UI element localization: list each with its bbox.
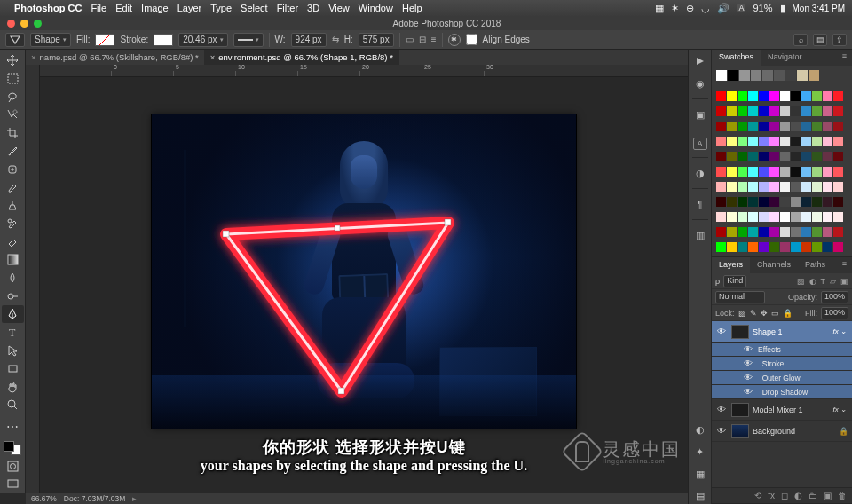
swatch[interactable] [716, 242, 726, 252]
menu-file[interactable]: File [91, 3, 106, 13]
menu-edit[interactable]: Edit [115, 3, 132, 13]
menu-select[interactable]: Select [241, 3, 268, 13]
fill-swatch[interactable] [95, 34, 114, 46]
layer-effect-item[interactable]: 👁 Stroke [712, 357, 852, 371]
swatch[interactable] [716, 167, 726, 177]
swatch[interactable] [812, 106, 822, 116]
lock-all-icon[interactable]: 🔒 [783, 309, 793, 318]
align-edges-checkbox[interactable] [466, 34, 477, 45]
swatch[interactable] [801, 242, 811, 252]
swatch[interactable] [791, 227, 801, 237]
swatch[interactable] [809, 70, 819, 81]
swatch[interactable] [748, 91, 758, 101]
visibility-toggle-icon[interactable]: 👁 [715, 327, 728, 336]
navigator-tab[interactable]: Navigator [761, 50, 809, 66]
swatch[interactable] [791, 152, 801, 161]
gradient-tool[interactable] [2, 251, 24, 269]
swatch[interactable] [727, 152, 737, 161]
paths-tab[interactable]: Paths [798, 257, 832, 273]
type-tool[interactable]: T [2, 323, 24, 341]
swatch[interactable] [738, 242, 747, 252]
swatch[interactable] [748, 197, 758, 207]
layer-fx-badge[interactable]: fx ⌄ [833, 327, 848, 335]
path-ops-icon[interactable]: ▭ [406, 35, 414, 44]
swatch[interactable] [738, 212, 747, 222]
layer-fx-badge[interactable]: fx ⌄ [833, 406, 848, 413]
swatches-tab[interactable]: Swatches [712, 50, 761, 66]
character-panel-icon[interactable]: A [693, 138, 707, 150]
swatch[interactable] [759, 197, 769, 207]
swatch[interactable] [833, 242, 843, 252]
segment-point[interactable] [335, 225, 340, 231]
vertical-ruler[interactable] [26, 77, 40, 493]
visibility-toggle-icon[interactable]: 👁 [715, 426, 728, 436]
swatch[interactable] [812, 182, 822, 192]
swatch[interactable] [823, 91, 832, 101]
ruler-origin[interactable] [26, 65, 40, 77]
swatch[interactable] [769, 182, 779, 192]
swatch[interactable] [759, 137, 769, 146]
edit-toolbar-icon[interactable]: ⋯ [2, 417, 24, 435]
swatch[interactable] [801, 137, 811, 146]
screen-mode-toggle[interactable] [2, 476, 24, 493]
swatch[interactable] [727, 212, 737, 222]
layer-name[interactable]: Background [753, 427, 795, 436]
swatch[interactable] [812, 152, 822, 161]
swatch[interactable] [801, 91, 811, 101]
pen-tool[interactable] [2, 305, 24, 323]
swatch[interactable] [791, 212, 801, 222]
layers-tab[interactable]: Layers [712, 257, 750, 273]
styles-panel-icon[interactable]: ✦ [691, 444, 709, 460]
lock-transparency-icon[interactable]: ▨ [738, 309, 746, 318]
crop-tool[interactable] [2, 124, 24, 142]
swatch[interactable] [716, 106, 726, 116]
swatch[interactable] [748, 167, 758, 177]
group-layers-icon[interactable]: 🗀 [809, 491, 817, 500]
color-panel-icon[interactable]: ◉ [691, 75, 709, 91]
swatch[interactable] [759, 182, 769, 192]
swatch[interactable] [801, 152, 811, 161]
swatch[interactable] [769, 106, 779, 116]
visibility-toggle-icon[interactable]: 👁 [742, 344, 754, 354]
swatch[interactable] [769, 212, 779, 222]
swatch[interactable] [738, 182, 747, 192]
hand-tool[interactable] [2, 378, 24, 396]
swatch[interactable] [791, 122, 801, 131]
swatch[interactable] [769, 242, 779, 252]
shape-mode-dropdown[interactable]: Shape▾ [30, 33, 71, 47]
swatch[interactable] [748, 242, 758, 252]
menu-window[interactable]: Window [359, 3, 393, 13]
swatch[interactable] [762, 70, 773, 81]
swatch[interactable] [716, 91, 726, 101]
wifi-icon[interactable]: ◡ [701, 3, 710, 14]
document-canvas[interactable] [152, 114, 576, 429]
swatch[interactable] [823, 137, 832, 146]
swatch[interactable] [716, 182, 726, 192]
filter-shape-icon[interactable]: ▱ [830, 277, 836, 286]
lock-artboard-icon[interactable]: ▭ [771, 309, 779, 318]
dodge-tool[interactable] [2, 287, 24, 304]
layer-fx-icon[interactable]: fx [768, 491, 775, 500]
fill-opacity-input[interactable]: 100% [821, 307, 848, 319]
link-layers-icon[interactable]: ⟲ [754, 491, 761, 500]
swatch[interactable] [751, 70, 761, 81]
anchor-point[interactable] [445, 219, 451, 225]
history-panel-icon[interactable]: ▣ [691, 106, 709, 122]
input-source-icon[interactable]: A [737, 4, 746, 12]
layer-thumbnail[interactable] [731, 325, 749, 339]
move-tool[interactable] [2, 51, 24, 69]
filter-adjust-icon[interactable]: ◐ [809, 277, 816, 286]
search-icon[interactable]: ⌕ [793, 34, 808, 46]
swatch[interactable] [780, 152, 790, 161]
menu-help[interactable]: Help [402, 3, 422, 13]
menu-type[interactable]: Type [210, 3, 232, 13]
swatch[interactable] [823, 182, 832, 192]
status-tray-icon[interactable]: ⊕ [686, 3, 694, 14]
status-tray-icon[interactable]: ✶ [671, 3, 679, 14]
swatch[interactable] [716, 122, 726, 131]
link-wh-icon[interactable]: ⇆ [332, 35, 339, 44]
swatch[interactable] [833, 197, 843, 207]
visibility-toggle-icon[interactable]: 👁 [742, 387, 754, 397]
menu-clock[interactable]: Mon 3:41 PM [793, 4, 845, 13]
document-tab[interactable]: ×name.psd @ 66.7% (Skillshare, RGB/8#) * [26, 50, 205, 65]
